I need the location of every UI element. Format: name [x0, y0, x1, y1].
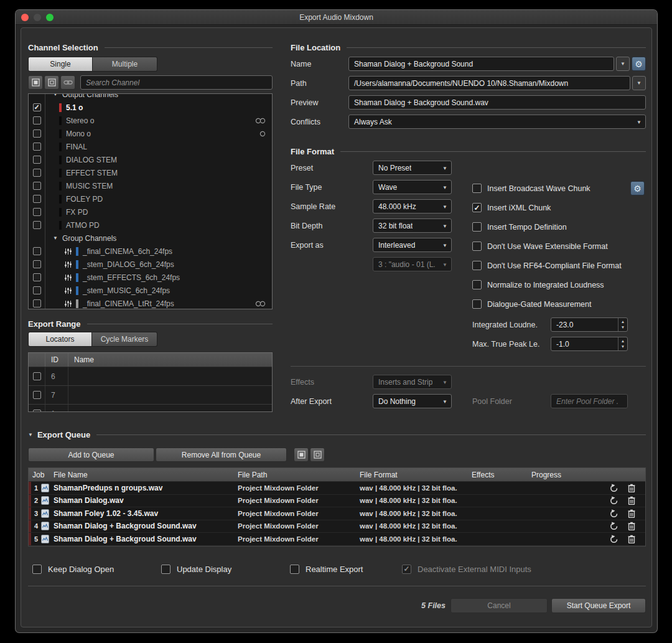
- audio-file-icon: [41, 484, 54, 492]
- queue-row-job: 1: [31, 484, 41, 492]
- queue-row-file-format: wav | 48.000 kHz | 32 bit floa.: [360, 484, 472, 492]
- queue-row-file-format: wav | 48.000 kHz | 32 bit floa.: [360, 522, 472, 530]
- export-queue-title: ▼ Export Queue: [28, 430, 646, 439]
- queue-row-job: 2: [31, 497, 41, 504]
- zoom-button[interactable]: [46, 14, 54, 21]
- column-job: Job: [29, 471, 54, 479]
- queue-row-file-name: Shaman Dialog + Backgroud Sound.wav: [54, 522, 238, 530]
- footer-checkbox-label: Deactivate External MIDI Inputs: [418, 565, 531, 574]
- restore-job-button[interactable]: [609, 534, 619, 544]
- audio-file-icon: [41, 535, 54, 543]
- delete-job-button[interactable]: [627, 521, 637, 531]
- queue-row-file-name: Shaman Foley 1.02 - 3.45.wav: [54, 509, 238, 518]
- queue-row-file-format: wav | 48.000 kHz | 32 bit floa.: [360, 497, 472, 504]
- queue-row-file-path: Project Mixdown Folder: [238, 497, 360, 504]
- footer-checkbox-row: Keep Dialog Open: [32, 564, 114, 574]
- minimize-button: [34, 14, 41, 21]
- restore-job-button[interactable]: [609, 483, 619, 493]
- audio-file-icon: [41, 496, 54, 505]
- queue-row-file-path: Project Mixdown Folder: [238, 535, 360, 543]
- start-queue-export-button[interactable]: Start Queue Export: [551, 598, 646, 613]
- queue-row-file-name: ShamanPredups n groups.wav: [54, 484, 238, 492]
- footer-checkbox-label: Keep Dialog Open: [48, 565, 114, 574]
- footer-checkbox[interactable]: [290, 565, 299, 574]
- files-count: 5 Files: [421, 598, 446, 613]
- queue-table-header: Job File Name File Path File Format Effe…: [29, 468, 645, 482]
- queue-row-file-path: Project Mixdown Folder: [238, 522, 360, 530]
- footer-checkbox-label: Realtime Export: [306, 565, 363, 574]
- column-progress: Progress: [531, 471, 609, 479]
- queue-row[interactable]: 2Shaman Dialog.wavProject Mixdown Folder…: [29, 495, 645, 508]
- dialog-content: Channel Selection Single Multiple ▼: [21, 27, 652, 627]
- audio-file-icon: [41, 509, 54, 518]
- export-audio-mixdown-window: Export Audio Mixdown Channel Selection S…: [16, 10, 657, 632]
- queue-row[interactable]: 5Shaman Dialog + Backgroud Sound.wavProj…: [29, 533, 645, 546]
- footer-checkbox-row: Realtime Export: [290, 564, 363, 574]
- footer-checkbox-label: Update Display: [177, 565, 231, 574]
- remove-all-from-queue-button[interactable]: Remove All from Queue: [156, 448, 287, 462]
- close-button[interactable]: [21, 14, 29, 21]
- column-effects: Effects: [472, 471, 531, 479]
- queue-row-file-path: Project Mixdown Folder: [238, 484, 360, 492]
- titlebar[interactable]: Export Audio Mixdown: [16, 10, 657, 25]
- audio-file-icon: [41, 522, 54, 530]
- queue-row-job: 5: [31, 535, 41, 543]
- queue-row-file-name: Shaman Dialog + Backgroud Sound.wav: [54, 535, 238, 543]
- column-file-name: File Name: [54, 471, 238, 479]
- queue-row-file-format: wav | 48.000 kHz | 32 bit floa.: [360, 510, 472, 517]
- export-queue-table: Job File Name File Path File Format Effe…: [28, 467, 646, 547]
- queue-row[interactable]: 1ShamanPredups n groups.wavProject Mixdo…: [29, 482, 645, 495]
- queue-row-file-name: Shaman Dialog.wav: [54, 496, 238, 505]
- restore-job-button[interactable]: [609, 495, 619, 505]
- delete-job-button[interactable]: [627, 534, 637, 544]
- restore-job-button[interactable]: [609, 521, 619, 531]
- delete-job-button[interactable]: [627, 509, 637, 519]
- queue-rows: 1ShamanPredups n groups.wavProject Mixdo…: [29, 482, 645, 546]
- queue-row-file-path: Project Mixdown Folder: [238, 510, 360, 517]
- footer-checkbox: ✓: [402, 565, 411, 574]
- restore-job-button[interactable]: [609, 509, 619, 519]
- queue-row[interactable]: 4Shaman Dialog + Backgroud Sound.wavProj…: [29, 520, 645, 533]
- export-queue-collapse-icon[interactable]: ▼: [28, 432, 33, 438]
- delete-job-button[interactable]: [627, 495, 637, 505]
- queue-row-file-format: wav | 48.000 kHz | 32 bit floa.: [360, 535, 472, 543]
- queue-select-all-button[interactable]: [294, 448, 309, 462]
- traffic-lights: [21, 14, 54, 21]
- footer-checkbox-row: Update Display: [161, 564, 231, 574]
- column-file-path: File Path: [238, 471, 360, 479]
- add-to-queue-button[interactable]: Add to Queue: [28, 448, 154, 462]
- delete-job-button[interactable]: [627, 483, 637, 493]
- select-all-icon: [297, 451, 306, 459]
- cancel-button: Cancel: [450, 598, 548, 613]
- footer-checkbox-row: ✓Deactivate External MIDI Inputs: [402, 564, 531, 574]
- footer-checkbox[interactable]: [161, 565, 170, 574]
- queue-row-job: 3: [31, 510, 41, 517]
- queue-row-job: 4: [31, 522, 41, 530]
- queue-deselect-all-button[interactable]: [310, 448, 325, 462]
- queue-row[interactable]: 3Shaman Foley 1.02 - 3.45.wavProject Mix…: [29, 507, 645, 520]
- window-title: Export Audio Mixdown: [299, 13, 373, 22]
- footer-checkbox[interactable]: [32, 565, 42, 574]
- deselect-all-icon: [314, 451, 322, 459]
- column-file-format: File Format: [360, 471, 472, 479]
